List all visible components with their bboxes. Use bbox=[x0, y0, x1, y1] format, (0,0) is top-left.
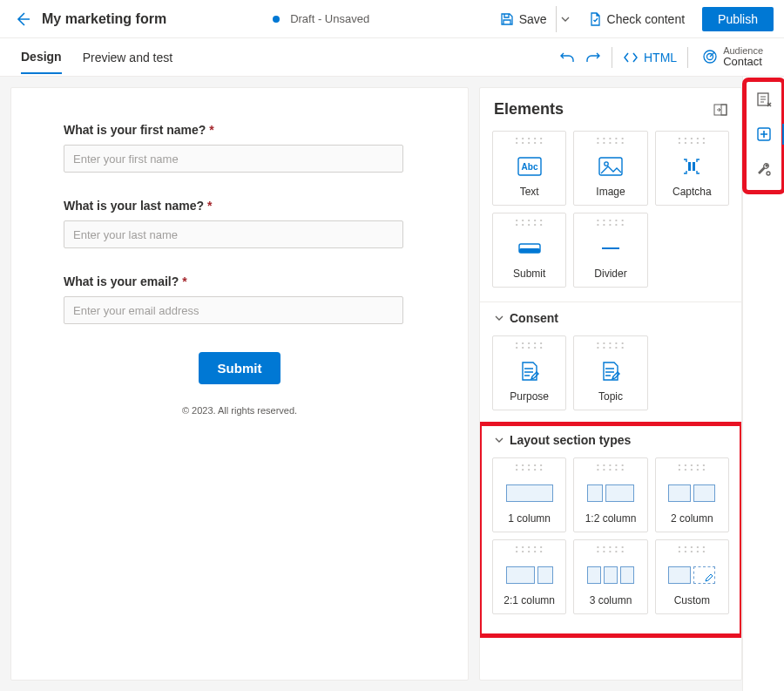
element-label: 2:1 column bbox=[504, 594, 555, 606]
group-title: Consent bbox=[510, 311, 558, 325]
title-block: My marketing form Draft - Unsaved bbox=[42, 11, 369, 27]
grip-icon: • • • • •• • • • • bbox=[597, 464, 625, 472]
html-view-button[interactable]: HTML bbox=[618, 50, 682, 65]
check-content-button[interactable]: Check content bbox=[581, 6, 693, 32]
grip-icon: • • • • •• • • • • bbox=[597, 219, 625, 227]
form-icon bbox=[756, 91, 772, 107]
element-text[interactable]: • • • • •• • • • • Abc Text bbox=[492, 131, 566, 206]
tab-preview[interactable]: Preview and test bbox=[83, 42, 173, 73]
grip-icon: • • • • •• • • • • bbox=[516, 464, 544, 472]
element-label: Custom bbox=[674, 594, 710, 606]
element-label: 2 column bbox=[671, 512, 713, 525]
svg-rect-3 bbox=[721, 105, 727, 115]
element-submit[interactable]: • • • • •• • • • • Submit bbox=[492, 213, 566, 288]
rail-form-button[interactable] bbox=[748, 84, 780, 115]
publish-button[interactable]: Publish bbox=[702, 7, 774, 31]
form-field-firstname[interactable]: What is your first name?* bbox=[64, 123, 416, 173]
elements-panel: Elements • • • • •• • • • • Abc Text • •… bbox=[479, 87, 742, 681]
save-button[interactable]: Save bbox=[493, 6, 554, 32]
audience-selector[interactable]: Audience Contact bbox=[702, 45, 763, 68]
page-title: My marketing form bbox=[42, 11, 166, 27]
wrench-icon bbox=[756, 161, 772, 177]
layout-2-1-column[interactable]: • • • • •• • • • • 2:1 column bbox=[492, 539, 566, 614]
email-input[interactable] bbox=[64, 296, 403, 324]
form-field-lastname[interactable]: What is your last name?* bbox=[64, 199, 416, 248]
layout-custom[interactable]: • • • • •• • • • • Custom bbox=[655, 539, 729, 614]
element-image[interactable]: • • • • •• • • • • Image bbox=[573, 131, 647, 206]
divider-icon bbox=[598, 239, 623, 258]
layout-3-column[interactable]: • • • • •• • • • • 3 column bbox=[573, 539, 647, 614]
grip-icon: • • • • •• • • • • bbox=[678, 464, 706, 472]
group-layout-header[interactable]: Layout section types bbox=[480, 424, 741, 454]
svg-point-15 bbox=[767, 172, 770, 175]
chevron-down-icon bbox=[494, 435, 504, 445]
consent-grid: • • • • •• • • • • Purpose • • • • •• • … bbox=[480, 332, 741, 424]
required-indicator: * bbox=[207, 199, 212, 213]
grip-icon: • • • • •• • • • • bbox=[516, 137, 544, 146]
grip-icon: • • • • •• • • • • bbox=[597, 342, 625, 350]
element-label: Purpose bbox=[510, 390, 549, 403]
element-label: Submit bbox=[513, 268, 545, 280]
layout-2-column[interactable]: • • • • •• • • • • 2 column bbox=[655, 457, 729, 532]
image-icon bbox=[598, 157, 623, 176]
form-canvas[interactable]: What is your first name?* What is your l… bbox=[10, 87, 469, 681]
check-content-icon bbox=[588, 12, 602, 26]
undo-icon bbox=[559, 50, 575, 65]
rail-elements-button[interactable] bbox=[748, 119, 780, 150]
layout-grid: • • • • •• • • • • 1 column • • • • •• •… bbox=[480, 454, 741, 628]
form-field-email[interactable]: What is your email?* bbox=[64, 274, 416, 324]
back-button[interactable] bbox=[10, 7, 35, 31]
required-indicator: * bbox=[209, 123, 213, 137]
command-bar: My marketing form Draft - Unsaved Save C… bbox=[0, 0, 784, 38]
panel-header: Elements bbox=[480, 88, 741, 127]
rail-settings-button[interactable] bbox=[748, 153, 780, 185]
status-dot-icon bbox=[273, 16, 280, 23]
element-topic[interactable]: • • • • •• • • • • Topic bbox=[573, 335, 647, 410]
topic-icon bbox=[600, 360, 621, 383]
undo-button[interactable] bbox=[554, 44, 580, 71]
captcha-icon bbox=[679, 157, 704, 176]
tab-bar: Design Preview and test HTML Audience Co… bbox=[0, 38, 784, 77]
svg-point-7 bbox=[605, 161, 608, 165]
check-content-label: Check content bbox=[607, 12, 686, 26]
side-rail bbox=[742, 77, 784, 691]
svg-text:Abc: Abc bbox=[521, 162, 537, 172]
element-label: Topic bbox=[598, 390, 623, 403]
separator bbox=[687, 47, 688, 68]
separator bbox=[612, 47, 612, 68]
panel-title: Elements bbox=[494, 100, 564, 119]
submit-icon bbox=[517, 239, 542, 258]
canvas-wrap: What is your first name?* What is your l… bbox=[0, 77, 479, 691]
status-text: Draft - Unsaved bbox=[290, 12, 369, 25]
save-dropdown[interactable] bbox=[556, 6, 574, 32]
tab-design[interactable]: Design bbox=[21, 41, 62, 74]
text-icon: Abc bbox=[517, 157, 542, 176]
firstname-input[interactable] bbox=[64, 145, 403, 173]
arrow-left-icon bbox=[14, 10, 31, 28]
collapse-panel-icon[interactable] bbox=[713, 104, 727, 116]
layout-1-column[interactable]: • • • • •• • • • • 1 column bbox=[492, 457, 566, 532]
form-footer: © 2023. All rights reserved. bbox=[64, 405, 416, 416]
pencil-icon bbox=[705, 573, 713, 582]
element-label: 1 column bbox=[508, 512, 551, 525]
element-captcha[interactable]: • • • • •• • • • • Captcha bbox=[655, 131, 729, 206]
element-purpose[interactable]: • • • • •• • • • • Purpose bbox=[492, 335, 566, 410]
save-label: Save bbox=[519, 12, 547, 26]
svg-rect-9 bbox=[693, 162, 695, 171]
audience-text: Audience Contact bbox=[723, 45, 763, 68]
grip-icon: • • • • •• • • • • bbox=[597, 545, 625, 554]
submit-wrap: Submit bbox=[64, 352, 416, 384]
group-consent-header[interactable]: Consent bbox=[480, 302, 741, 332]
form-submit-button[interactable]: Submit bbox=[199, 352, 281, 384]
redo-button[interactable] bbox=[580, 44, 606, 71]
element-label: Text bbox=[520, 186, 539, 198]
save-icon bbox=[500, 12, 514, 26]
layout-section-highlight: Layout section types • • • • •• • • • • … bbox=[480, 424, 741, 635]
elements-grid: • • • • •• • • • • Abc Text • • • • •• •… bbox=[480, 127, 741, 301]
element-label: Divider bbox=[594, 268, 626, 280]
layout-1-2-column[interactable]: • • • • •• • • • • 1:2 column bbox=[573, 457, 647, 532]
lastname-input[interactable] bbox=[64, 220, 403, 248]
purpose-icon bbox=[519, 360, 540, 383]
element-divider[interactable]: • • • • •• • • • • Divider bbox=[573, 213, 647, 288]
main-area: What is your first name?* What is your l… bbox=[0, 77, 784, 691]
